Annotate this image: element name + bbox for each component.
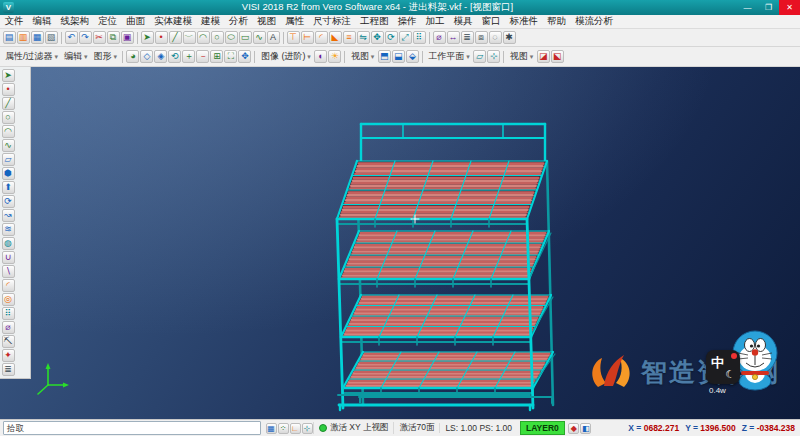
menu-工程图[interactable]: 工程图 [356, 15, 394, 28]
menu-建模[interactable]: 建模 [197, 15, 225, 28]
circle-icon[interactable]: ○ [211, 31, 224, 44]
fillet3d-tool-icon[interactable]: ◜ [2, 279, 15, 292]
zoom-fit-icon[interactable]: ⛶ [224, 50, 237, 63]
maximize-button[interactable]: ❐ [758, 0, 779, 15]
toolbar-group-label[interactable]: 属性/过滤器 [2, 50, 61, 63]
undo-icon[interactable]: ↶ [65, 31, 78, 44]
menu-线架构[interactable]: 线架构 [56, 15, 94, 28]
ortho-icon[interactable]: ∟ [290, 423, 301, 434]
pan-icon[interactable]: ✥ [238, 50, 251, 63]
menu-曲面[interactable]: 曲面 [122, 15, 150, 28]
menu-视图[interactable]: 视图 [253, 15, 281, 28]
loft-tool-icon[interactable]: ≋ [2, 223, 15, 236]
toolbar-group-label[interactable]: 图像 (进阶) [258, 50, 314, 63]
circle-tool-icon[interactable]: ○ [2, 111, 15, 124]
menu-模流分析[interactable]: 模流分析 [571, 15, 618, 28]
extend-icon[interactable]: ⊢ [301, 31, 314, 44]
mold-tool-icon[interactable]: ⛏ [2, 335, 15, 348]
command-prompt-input[interactable]: 拾取 [3, 421, 261, 435]
render-mode-icon[interactable]: ◐ [314, 50, 327, 63]
menu-模具[interactable]: 模具 [449, 15, 477, 28]
point-tool-icon[interactable]: • [2, 83, 15, 96]
viewport-3d[interactable]: 智造资料网 中 ☾ 0.4w [0, 67, 800, 419]
curve-tool-icon[interactable]: ∿ [2, 139, 15, 152]
arc-tool-icon[interactable]: ◠ [2, 125, 15, 138]
mirror-icon[interactable]: ⇋ [357, 31, 370, 44]
scale-icon[interactable]: ⤢ [399, 31, 412, 44]
menu-分析[interactable]: 分析 [225, 15, 253, 28]
toolbar-group-label[interactable]: 编辑 [61, 50, 90, 63]
active-face-indicator[interactable]: 激活70面 [393, 422, 439, 434]
hidden-line-view-icon[interactable]: ◈ [154, 50, 167, 63]
select-icon[interactable]: ➤ [141, 31, 154, 44]
boolean-union-icon[interactable]: ∪ [2, 251, 15, 264]
workplane-icon[interactable]: ▱ [473, 50, 486, 63]
layers-icon[interactable]: ≣ [461, 31, 474, 44]
rotate-icon[interactable]: ⟳ [385, 31, 398, 44]
menu-定位[interactable]: 定位 [94, 15, 122, 28]
hide-icon[interactable]: ◌ [489, 31, 502, 44]
units-icon[interactable]: ◧ [580, 423, 591, 434]
toolbar-group-label[interactable]: 工作平面 [425, 50, 472, 63]
toolbar-group-label[interactable]: 图形 [90, 50, 119, 63]
snap-icon[interactable]: ▦ [266, 423, 277, 434]
open-file-icon[interactable]: ▥ [17, 31, 30, 44]
pattern-tool-icon[interactable]: ⠿ [2, 307, 15, 320]
extrude-tool-icon[interactable]: ⬆ [2, 181, 15, 194]
cut-icon[interactable]: ✂ [93, 31, 106, 44]
print-icon[interactable]: ▧ [45, 31, 58, 44]
trim-icon[interactable]: ⊤ [287, 31, 300, 44]
chamfer-icon[interactable]: ◣ [329, 31, 342, 44]
measure-icon[interactable]: ⌀ [433, 31, 446, 44]
mass-props-icon[interactable]: ◆ [568, 423, 579, 434]
group-icon[interactable]: ⧈ [475, 31, 488, 44]
ucs-icon[interactable]: ⊹ [487, 50, 500, 63]
zoom-in-icon[interactable]: ＋ [182, 50, 195, 63]
menu-文件[interactable]: 文件 [0, 15, 28, 28]
menu-窗口[interactable]: 窗口 [477, 15, 505, 28]
spline-icon[interactable]: ∿ [253, 31, 266, 44]
menu-编辑[interactable]: 编辑 [28, 15, 56, 28]
paste-icon[interactable]: ▣ [121, 31, 134, 44]
settings-icon[interactable]: ✱ [503, 31, 516, 44]
app-overlay-badge[interactable]: 中 ☾ 0.4w [706, 350, 740, 384]
measure-tool-icon[interactable]: ⌀ [2, 321, 15, 334]
select-tool-icon[interactable]: ➤ [2, 69, 15, 82]
boolean-subtract-icon[interactable]: ∖ [2, 265, 15, 278]
new-file-icon[interactable]: ▤ [3, 31, 16, 44]
surface-tool-icon[interactable]: ▱ [2, 153, 15, 166]
analysis-tool-icon[interactable]: ✦ [2, 349, 15, 362]
redo-icon[interactable]: ↷ [79, 31, 92, 44]
offset-icon[interactable]: ≡ [343, 31, 356, 44]
save-file-icon[interactable]: ▦ [31, 31, 44, 44]
line-icon[interactable]: ╱ [169, 31, 182, 44]
zoom-window-icon[interactable]: ⊞ [210, 50, 223, 63]
menu-标准件[interactable]: 标准件 [505, 15, 543, 28]
view-iso-icon[interactable]: ⬙ [406, 50, 419, 63]
zoom-out-icon[interactable]: － [196, 50, 209, 63]
solid-tool-icon[interactable]: ⬢ [2, 167, 15, 180]
close-button[interactable]: ✕ [779, 0, 800, 15]
dynamic-rotate-icon[interactable]: ⟲ [168, 50, 181, 63]
section-icon[interactable]: ◪ [537, 50, 550, 63]
layer-tool-icon[interactable]: ≣ [2, 363, 15, 376]
fillet-icon[interactable]: ◜ [315, 31, 328, 44]
copy-icon[interactable]: ⧉ [107, 31, 120, 44]
move-icon[interactable]: ✥ [371, 31, 384, 44]
rectangle-icon[interactable]: ▭ [239, 31, 252, 44]
dimension-icon[interactable]: ↔ [447, 31, 460, 44]
menu-尺寸标注[interactable]: 尺寸标注 [309, 15, 356, 28]
title-bar[interactable]: V VISI 2018 R2 from Vero Software x64 - … [0, 0, 800, 15]
layer-indicator[interactable]: LAYER0 [520, 421, 565, 435]
point-icon[interactable]: • [155, 31, 168, 44]
toolbar-group-label[interactable]: 视图 [507, 50, 536, 63]
toolbar-group-label[interactable]: 视图 [348, 50, 377, 63]
text-icon[interactable]: A [267, 31, 280, 44]
grid-icon[interactable]: ⁘ [278, 423, 289, 434]
array-icon[interactable]: ⠿ [413, 31, 426, 44]
sweep-tool-icon[interactable]: ↝ [2, 209, 15, 222]
revolve-tool-icon[interactable]: ⟳ [2, 195, 15, 208]
view-top-icon[interactable]: ⬒ [378, 50, 391, 63]
shaded-view-icon[interactable]: ◕ [126, 50, 139, 63]
arc-icon[interactable]: ◠ [197, 31, 210, 44]
